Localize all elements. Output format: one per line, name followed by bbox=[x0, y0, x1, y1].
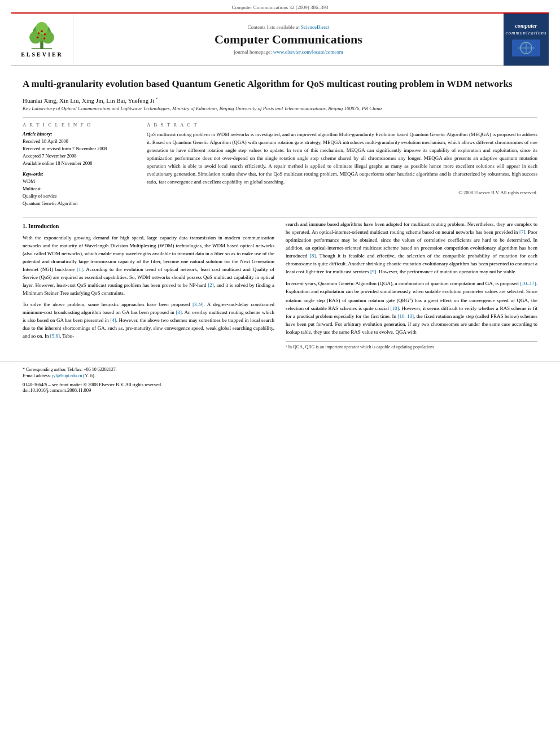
history-label: Article history: bbox=[23, 131, 135, 137]
cite-10-17[interactable]: [10–17] bbox=[520, 281, 536, 286]
journal-badge: computercommunications bbox=[504, 14, 549, 65]
abstract-section: A B S T R A C T QoS multicast routing pr… bbox=[147, 122, 537, 211]
intro-para-2: To solve the above problem, some heurist… bbox=[23, 301, 274, 340]
received-date: Received 18 April 2008 bbox=[23, 138, 135, 145]
keyword-1: WDM bbox=[23, 178, 135, 185]
footer-issn-doi: 0140-3664/$ – see front matter © 2008 El… bbox=[23, 382, 537, 393]
cite-8[interactable]: [8] bbox=[310, 253, 316, 259]
page-wrapper: Computer Communications 32 (2009) 386–39… bbox=[0, 0, 560, 395]
received-revised-date: Received in revised form 7 November 2008 bbox=[23, 145, 135, 152]
info-abstract-section: A R T I C L E I N F O Article history: R… bbox=[23, 122, 537, 211]
corresponding-marker: * bbox=[156, 97, 158, 101]
svg-point-10 bbox=[43, 37, 46, 40]
elsevier-logo-area: ELSEVIER bbox=[11, 14, 73, 65]
body-section: 1. Introduction With the exponentially g… bbox=[23, 221, 537, 351]
right-para-2: In recent years, Quantum Genetic Algorit… bbox=[286, 280, 537, 337]
article-authors: Huanlai Xing, Xin Liu, Xing Jin, Lin Bai… bbox=[23, 97, 537, 104]
abstract-text: QoS multicast routing problem in WDM net… bbox=[147, 131, 537, 186]
footer-issn: 0140-3664/$ – see front matter © 2008 El… bbox=[23, 382, 537, 387]
cite-10[interactable]: [10] bbox=[391, 305, 399, 311]
cite-1[interactable]: [1] bbox=[77, 267, 83, 272]
article-affiliation: Key Laboratory of Optical Communication … bbox=[23, 106, 537, 111]
badge-decoration bbox=[512, 40, 540, 56]
keywords-block: Keywords: WDM Multicast Quality of servi… bbox=[23, 171, 135, 207]
footer-area: * Corresponding author. Tel./fax: +86 10… bbox=[0, 361, 560, 395]
journal-header: Computer Communications 32 (2009) 386–39… bbox=[0, 0, 560, 10]
journal-title-banner: Computer Communications bbox=[215, 32, 362, 47]
article-history: Article history: Received 18 April 2008 … bbox=[23, 131, 135, 167]
article-content: A multi-granularity evolution based Quan… bbox=[0, 66, 560, 356]
copyright-line: © 2008 Elsevier B.V. All rights reserved… bbox=[147, 190, 537, 195]
article-title: A multi-granularity evolution based Quan… bbox=[23, 77, 537, 91]
journal-banner: ELSEVIER Contents lists available at Sci… bbox=[11, 12, 549, 66]
svg-point-9 bbox=[37, 36, 39, 38]
cite-9[interactable]: [9] bbox=[370, 269, 377, 274]
corresponding-note: * Corresponding author. Tel./fax: +86 10… bbox=[23, 367, 537, 372]
cite-5-6[interactable]: [5,6] bbox=[50, 333, 60, 339]
cite-4[interactable]: [4] bbox=[110, 317, 116, 323]
svg-point-5 bbox=[36, 22, 49, 34]
banner-center: Contents lists available at ScienceDirec… bbox=[73, 14, 504, 65]
accepted-date: Accepted 7 November 2008 bbox=[23, 152, 135, 160]
journal-homepage: journal homepage: www.elsevier.com/locat… bbox=[234, 49, 343, 55]
divider-1 bbox=[23, 117, 537, 117]
body-col-right: search and immune based algorithms have … bbox=[286, 221, 537, 351]
cite-2[interactable]: [2] bbox=[208, 282, 214, 288]
cite-10-13[interactable]: [10–13] bbox=[398, 313, 414, 319]
elsevier-logo: ELSEVIER bbox=[21, 22, 63, 58]
journal-homepage-url: www.elsevier.com/locate/comcom bbox=[273, 49, 343, 55]
cite-3-9[interactable]: [3–9] bbox=[193, 302, 204, 307]
svg-point-6 bbox=[38, 32, 40, 34]
article-info: A R T I C L E I N F O Article history: R… bbox=[23, 122, 135, 211]
svg-point-8 bbox=[44, 33, 46, 36]
email-note: E-mail address: jyf@bupt.edu.cn (Y. Ji). bbox=[23, 373, 537, 378]
article-info-title: A R T I C L E I N F O bbox=[23, 122, 135, 128]
intro-heading: 1. Introduction bbox=[23, 222, 274, 231]
elsevier-tree-icon bbox=[25, 22, 59, 50]
svg-rect-0 bbox=[41, 41, 43, 49]
cite-3[interactable]: [3] bbox=[176, 309, 182, 315]
sciencedirect-line: Contents lists available at ScienceDirec… bbox=[248, 24, 330, 30]
svg-point-7 bbox=[41, 30, 43, 32]
email-link[interactable]: jyf@bupt.edu.cn bbox=[52, 373, 82, 378]
online-date: Available online 18 November 2008 bbox=[23, 160, 135, 167]
keyword-3: Quality of service bbox=[23, 193, 135, 200]
keyword-2: Multicast bbox=[23, 185, 135, 193]
cite-7[interactable]: [7] bbox=[519, 229, 526, 235]
divider-2 bbox=[23, 217, 537, 217]
right-col-footnote: ¹ In QGA, QRG is an important operator w… bbox=[286, 341, 537, 351]
sciencedirect-link[interactable]: ScienceDirect bbox=[301, 24, 329, 30]
elsevier-wordmark: ELSEVIER bbox=[21, 51, 63, 58]
footer-doi-number: doi:10.1016/j.comcom.2008.11.009 bbox=[23, 387, 537, 393]
body-col-left: 1. Introduction With the exponentially g… bbox=[23, 221, 274, 351]
abstract-title: A B S T R A C T bbox=[147, 122, 537, 128]
keyword-4: Quantum Genetic Algorithm bbox=[23, 200, 135, 207]
badge-label: computercommunications bbox=[506, 23, 547, 36]
intro-heading-text: 1. Introduction bbox=[23, 223, 59, 229]
keywords-label: Keywords: bbox=[23, 171, 135, 177]
intro-para-1: With the exponentially growing demand fo… bbox=[23, 234, 274, 298]
right-para-1: search and immune based algorithms have … bbox=[286, 221, 537, 276]
footnote-text: ¹ In QGA, QRG is an important operator w… bbox=[286, 344, 435, 350]
journal-ref: Computer Communications 32 (2009) 386–39… bbox=[232, 5, 329, 10]
